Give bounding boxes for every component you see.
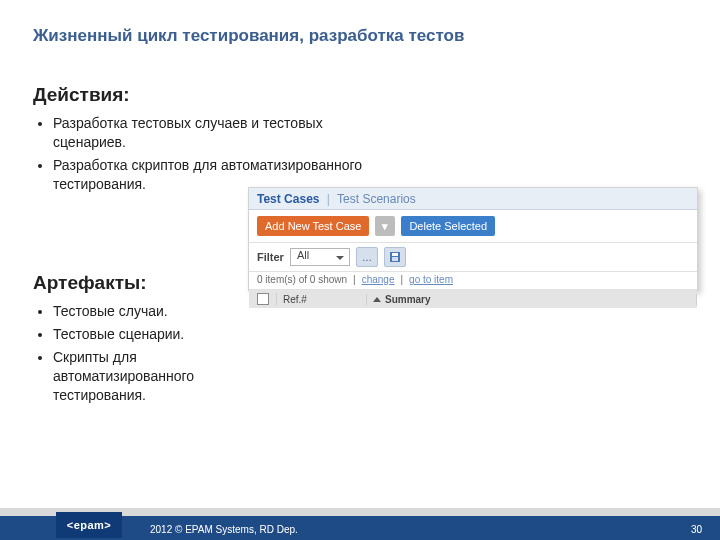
save-icon <box>389 251 401 263</box>
toolbar: Add New Test Case ▾ Delete Selected <box>249 210 697 243</box>
select-all-header[interactable] <box>249 293 277 305</box>
column-ref-label: Ref.# <box>283 294 307 305</box>
slide-title: Жизненный цикл тестирования, разработка … <box>33 26 464 46</box>
page-number: 30 <box>691 524 702 535</box>
filter-row: Filter All … <box>249 243 697 272</box>
goto-item-link[interactable]: go to item <box>409 274 453 285</box>
table-header: Ref.# Summary <box>249 290 697 308</box>
svg-rect-2 <box>392 257 398 261</box>
actions-heading: Действия: <box>33 84 373 106</box>
tab-separator: | <box>327 192 330 206</box>
artifacts-list: Тестовые случаи. Тестовые сценарии. Скри… <box>33 302 253 404</box>
change-link[interactable]: change <box>362 274 395 285</box>
artifacts-heading: Артефакты: <box>33 272 253 294</box>
footer-copyright: 2012 © EPAM Systems, RD Dep. <box>150 524 298 535</box>
list-item: Скрипты для автоматизированного тестиров… <box>53 348 253 405</box>
tab-bar: Test Cases | Test Scenarios <box>249 188 697 210</box>
column-ref[interactable]: Ref.# <box>277 294 367 305</box>
status-row: 0 item(s) of 0 shown | change | go to it… <box>249 272 697 290</box>
status-text: 0 item(s) of 0 shown <box>257 274 347 285</box>
tab-test-cases[interactable]: Test Cases <box>257 192 319 206</box>
epam-logo-badge: <epam> <box>56 512 122 538</box>
sort-asc-icon <box>373 297 381 302</box>
section-actions: Действия: Разработка тестовых случаев и … <box>33 84 373 198</box>
add-new-test-case-button[interactable]: Add New Test Case <box>257 216 369 236</box>
svg-rect-1 <box>392 253 398 256</box>
section-artifacts: Артефакты: Тестовые случаи. Тестовые сце… <box>33 272 253 408</box>
filter-label: Filter <box>257 251 284 263</box>
status-separator: | <box>400 274 403 285</box>
tab-test-scenarios[interactable]: Test Scenarios <box>337 192 416 206</box>
app-screenshot: Test Cases | Test Scenarios Add New Test… <box>248 187 698 291</box>
status-separator: | <box>353 274 356 285</box>
dropdown-toggle-button[interactable]: ▾ <box>375 216 395 236</box>
checkbox-icon <box>257 293 269 305</box>
list-item: Разработка тестовых случаев и тестовых с… <box>53 114 373 152</box>
actions-list: Разработка тестовых случаев и тестовых с… <box>33 114 373 194</box>
filter-select[interactable]: All <box>290 248 350 266</box>
delete-selected-button[interactable]: Delete Selected <box>401 216 495 236</box>
column-summary[interactable]: Summary <box>367 294 697 305</box>
column-summary-label: Summary <box>385 294 431 305</box>
list-item: Тестовые сценарии. <box>53 325 253 344</box>
filter-save-button[interactable] <box>384 247 406 267</box>
filter-options-button[interactable]: … <box>356 247 378 267</box>
list-item: Тестовые случаи. <box>53 302 253 321</box>
